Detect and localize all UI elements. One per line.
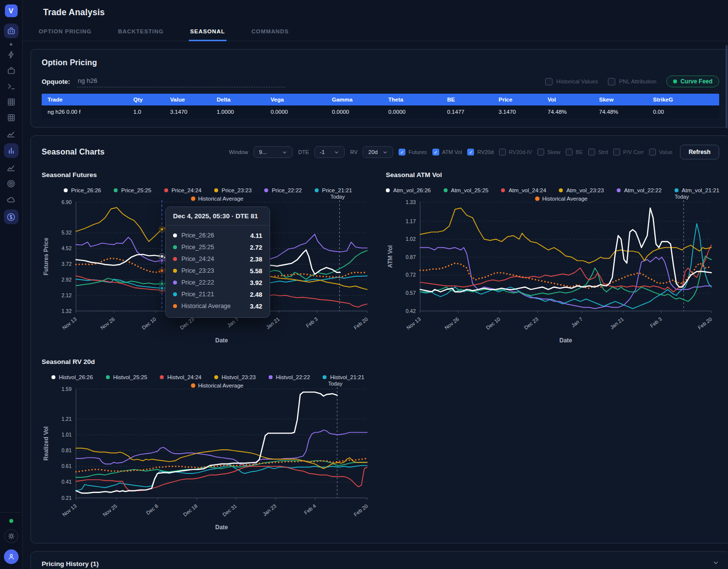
tooltip-row: Price_26:264.11: [173, 230, 262, 241]
legend-item[interactable]: Histvol_23:23: [214, 374, 256, 380]
legend-item[interactable]: Histvol_25:25: [106, 374, 148, 380]
seasonal-atm-vol-plot[interactable]: 1.331.171.020.870.720.570.42Nov 13Nov 26…: [386, 194, 718, 347]
legend-item[interactable]: Price_26:26: [64, 187, 101, 193]
table-header-cell: Skew: [593, 94, 647, 105]
sidebar-item-target[interactable]: [6, 179, 16, 188]
legend-item[interactable]: Price_25:25: [114, 187, 151, 193]
user-avatar[interactable]: [4, 549, 19, 564]
checkbox-atm-vol[interactable]: ✓ATM Vol: [432, 149, 462, 155]
y-axis-label: Realized Vol: [43, 426, 50, 461]
opquote-input[interactable]: [77, 76, 285, 87]
series-value: 4.11: [250, 232, 262, 239]
legend-item[interactable]: Price_24:24: [164, 187, 201, 193]
checkbox-label: RV20d: [477, 149, 493, 155]
series-value: 2.48: [250, 291, 262, 298]
today-label: Today: [675, 194, 689, 200]
seasonal-rv20d-plot[interactable]: 1.591.211.010.810.610.410.21Nov 13Nov 25…: [42, 381, 374, 534]
legend-item[interactable]: Histvol_26:26: [51, 374, 93, 380]
series-dot: [264, 188, 268, 192]
table-row[interactable]: ng h26 0.00 f1.03.14701.00000.00000.0000…: [42, 105, 719, 118]
legend-item[interactable]: Histvol_22:22: [269, 374, 310, 380]
checkbox-rv20d[interactable]: ✓RV20d: [467, 149, 493, 155]
sidebar-item-pricing[interactable]: [4, 209, 19, 224]
chevron-down-icon[interactable]: [712, 559, 719, 568]
table-header-cell: Value: [164, 94, 211, 105]
legend-item[interactable]: Atm_vol_22:22: [617, 187, 662, 193]
legend-item[interactable]: Atm_vol_26:26: [386, 187, 431, 193]
tab-option-pricing[interactable]: OPTION PRICING: [37, 24, 93, 41]
checkbox-historical-values[interactable]: Historical Values: [545, 78, 598, 85]
checkbox-strd[interactable]: Strd: [588, 149, 608, 155]
legend-label: Atm_vol_22:22: [624, 187, 662, 193]
tab-commands[interactable]: COMMANDS: [250, 24, 290, 41]
legend-item[interactable]: Histvol_21:21: [323, 374, 364, 380]
sidebar-item-cloud[interactable]: [6, 195, 16, 205]
x-axis-label: Date: [215, 337, 228, 344]
legend-item[interactable]: Atm_vol_21:21: [675, 187, 720, 193]
legend-label: Histvol_24:24: [167, 374, 201, 380]
cloud-icon: [6, 195, 16, 205]
series-name: Price_22:22: [181, 279, 246, 286]
sidebar-bottom: [0, 512, 22, 569]
legend-label: Price_22:22: [272, 187, 301, 193]
x-tick-label: Dec 10: [141, 316, 157, 331]
curve-feed-label: Curve Feed: [680, 78, 712, 85]
checkbox-box: ✓: [467, 149, 474, 155]
x-tick-label: Dec 23: [179, 316, 196, 331]
series-dot: [164, 188, 168, 192]
checkbox-box: [499, 149, 506, 155]
checkbox-value[interactable]: Value: [649, 149, 672, 155]
scrollbar-thumb[interactable]: [726, 45, 728, 129]
checkbox-box: [545, 78, 552, 85]
checkbox-rv20d-iv[interactable]: RV20d-IV: [499, 149, 532, 155]
checkbox-skew[interactable]: Skew: [537, 149, 560, 155]
series-line-atm-vol-26-26: [420, 208, 711, 292]
tooltip-row: Historical Average3.42: [173, 300, 262, 312]
tab-backtesting[interactable]: BACKTESTING: [117, 24, 165, 41]
refresh-button[interactable]: Refresh: [680, 145, 720, 159]
tab-seasonal[interactable]: SEASONAL: [189, 24, 226, 41]
series-dot: [173, 269, 177, 273]
series-dot: [559, 188, 563, 192]
app-window: V: [0, 0, 728, 569]
legend-item[interactable]: Price_23:23: [214, 187, 251, 193]
table-cell: 0.0000: [326, 105, 382, 118]
sidebar-item-bar-chart[interactable]: [4, 143, 19, 158]
sidebar-item-briefcase[interactable]: [7, 66, 16, 75]
checkbox-be[interactable]: BE: [566, 149, 583, 155]
sidebar-item-grid-1[interactable]: [7, 98, 16, 106]
sidebar-item-signals[interactable]: [6, 50, 16, 59]
seasonal-rv20d-chart: Seasonal RV 20d Histvol_26:26Histvol_25:…: [42, 358, 374, 534]
chart-title: Seasonal Futures: [42, 171, 374, 179]
legend-item[interactable]: Histvol_24:24: [160, 374, 201, 380]
theme-toggle-button[interactable]: [4, 529, 18, 543]
series-name: Price_26:26: [181, 232, 246, 239]
window-select[interactable]: 9...: [253, 146, 293, 158]
portfolio-icon[interactable]: [4, 24, 19, 38]
sidebar-item-grid-2[interactable]: [7, 113, 16, 122]
curve-feed-button[interactable]: Curve Feed: [666, 76, 719, 87]
sidebar-item-terminal[interactable]: [7, 82, 16, 91]
checkbox-box: [566, 149, 573, 155]
series-value: 2.72: [250, 244, 262, 251]
legend-item[interactable]: Price_21:21: [315, 187, 352, 193]
dte-select[interactable]: -1: [314, 146, 345, 158]
select-value: 9...: [259, 149, 267, 155]
pricing-history-panel[interactable]: Pricing History (1): [30, 551, 728, 569]
series-dot: [173, 233, 177, 237]
legend-item[interactable]: Atm_vol_25:25: [444, 187, 489, 193]
sidebar-item-line-chart-1[interactable]: [6, 129, 16, 138]
checkbox-pnl-attribution[interactable]: PNL Attribution: [608, 78, 656, 85]
legend-item[interactable]: Atm_vol_24:24: [501, 187, 546, 193]
rv-select[interactable]: 20d: [363, 146, 393, 158]
series-dot: [51, 375, 55, 379]
legend-item[interactable]: Atm_vol_23:23: [559, 187, 604, 193]
legend-item[interactable]: Price_22:22: [264, 187, 301, 193]
series-line-historical-average: [420, 263, 711, 288]
chart-legend: Price_26:26Price_25:25Price_24:24Price_2…: [42, 187, 374, 193]
rv-label: RV: [350, 149, 357, 155]
sidebar-item-line-chart-2[interactable]: [6, 163, 16, 172]
checkbox-futures[interactable]: ✓Futures: [399, 149, 427, 155]
app-logo[interactable]: V: [5, 4, 18, 17]
checkbox-p-v-corr[interactable]: P/V Corr: [613, 149, 644, 155]
